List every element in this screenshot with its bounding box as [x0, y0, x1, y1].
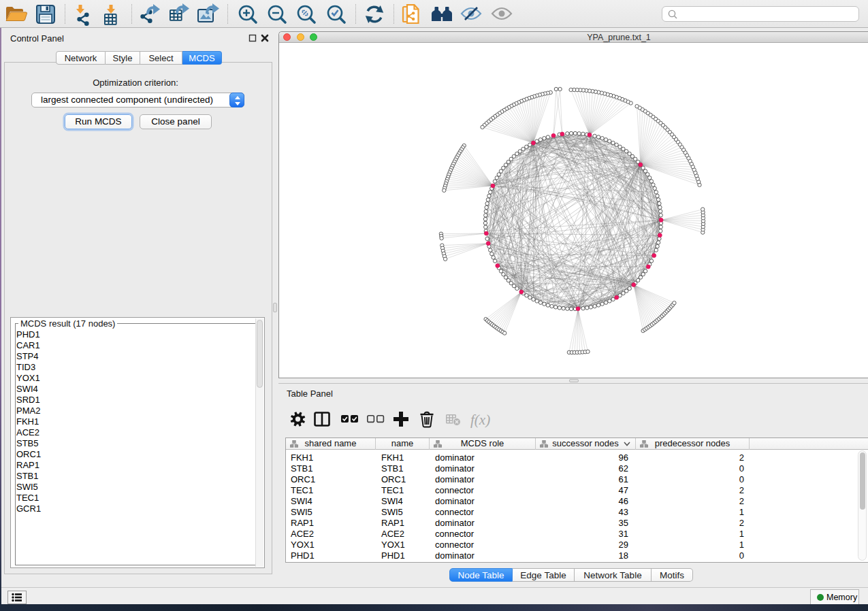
svg-text:f(x): f(x) — [470, 412, 490, 428]
